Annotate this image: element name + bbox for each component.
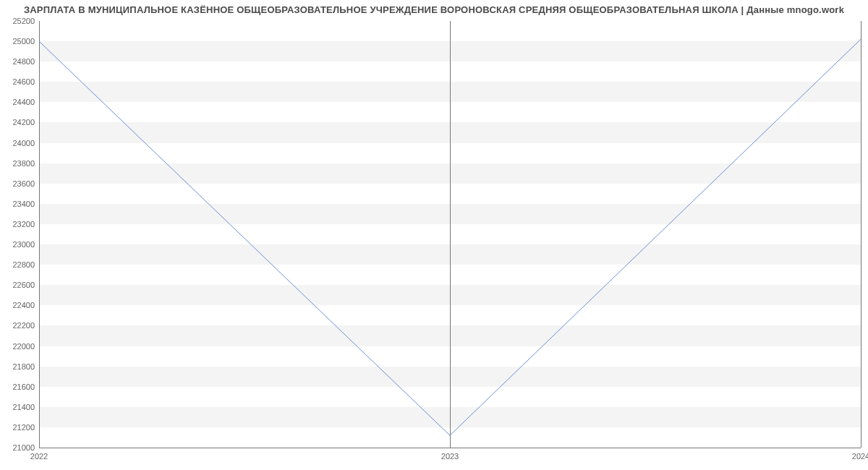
- x-gridline: [861, 21, 861, 448]
- y-tick-label: 21600: [12, 383, 39, 391]
- y-tick-label: 24000: [12, 139, 39, 148]
- y-tick-label: 24800: [12, 57, 39, 66]
- y-tick-label: 23600: [12, 179, 39, 188]
- y-tick-label: 22200: [12, 321, 39, 330]
- y-tick-label: 23200: [12, 220, 39, 228]
- y-tick-label: 22000: [12, 342, 39, 351]
- line-layer: [39, 21, 861, 448]
- y-tick-label: 25200: [12, 17, 39, 25]
- series-line: [39, 39, 861, 435]
- y-tick-label: 21400: [12, 403, 39, 411]
- y-tick-label: 22600: [12, 281, 39, 289]
- chart-title: ЗАРПЛАТА В МУНИЦИПАЛЬНОЕ КАЗЁННОЕ ОБЩЕОБ…: [0, 4, 868, 15]
- x-tick-label: 2024: [852, 448, 868, 461]
- y-tick-label: 22800: [12, 260, 39, 269]
- y-tick-label: 23400: [12, 200, 39, 208]
- y-tick-label: 24600: [12, 77, 39, 86]
- y-tick-label: 23000: [12, 240, 39, 249]
- x-tick-label: 2023: [441, 448, 459, 461]
- plot-area: 2100021200214002160021800220002220022400…: [39, 20, 861, 448]
- y-tick-label: 21800: [12, 362, 39, 371]
- y-tick-label: 24400: [12, 98, 39, 106]
- x-tick-label: 2022: [30, 448, 48, 461]
- y-tick-label: 22400: [12, 301, 39, 309]
- y-tick-label: 21200: [12, 423, 39, 432]
- y-tick-label: 24200: [12, 118, 39, 127]
- y-tick-label: 25000: [12, 37, 39, 46]
- y-tick-label: 23800: [12, 159, 39, 168]
- salary-chart: ЗАРПЛАТА В МУНИЦИПАЛЬНОЕ КАЗЁННОЕ ОБЩЕОБ…: [0, 0, 868, 470]
